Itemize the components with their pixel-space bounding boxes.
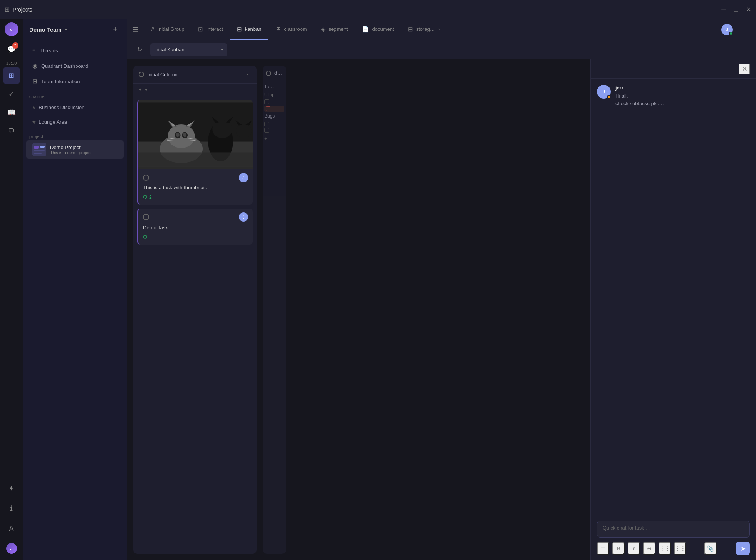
partial-task-label: Ta… xyxy=(264,84,284,89)
column-add-item-row[interactable]: + ▾ xyxy=(133,84,257,96)
tab-storage[interactable]: ⊟ storag… › xyxy=(401,19,447,40)
bullet-list-button[interactable]: ⋮⋮ xyxy=(659,542,671,555)
translate-rail-icon[interactable]: A xyxy=(3,520,20,537)
check-rail-icon[interactable]: ✓ xyxy=(3,86,20,103)
sidebar-item-lounge-area[interactable]: # Lounge Area xyxy=(26,115,124,129)
demo-comment-icon: 🗨 xyxy=(143,235,148,240)
attach-button[interactable]: 📎 xyxy=(704,542,717,555)
kanban-card-demo-task[interactable]: J Demo Task 🗨 ⋮ xyxy=(137,209,253,245)
online-badge xyxy=(729,32,733,35)
chat-input-placeholder: Quick chat for task…. xyxy=(603,525,650,531)
italic-format-button[interactable]: I xyxy=(628,542,640,555)
message-rail-icon[interactable]: 🗨 xyxy=(3,123,20,140)
tab-interact[interactable]: ⊡ Interact xyxy=(191,19,230,40)
numbered-list-button[interactable]: ⋮⋮ xyxy=(674,542,686,555)
app-logo[interactable]: α xyxy=(5,22,18,36)
team-selector[interactable]: Demo Team ▾ xyxy=(29,26,67,33)
tab-classroom-label: classroom xyxy=(284,26,307,32)
board-name: Initial Kanban xyxy=(154,47,185,52)
sidebar-item-business-discussion[interactable]: # Business Discussion xyxy=(26,100,124,114)
sidebar-item-team-information[interactable]: ⊟ Team Information xyxy=(26,74,124,89)
ai-rail-icon[interactable]: ✦ xyxy=(3,480,20,497)
rail-time: 13:10 xyxy=(6,61,17,66)
tab-segment-label: segment xyxy=(329,26,348,32)
demo-task-title: Demo Task xyxy=(143,225,248,230)
bold-button[interactable]: T xyxy=(597,542,609,555)
comment-icon: 🗨 xyxy=(143,195,148,200)
grid-rail-icon[interactable]: ⊞ xyxy=(3,67,20,84)
column-menu-button[interactable]: ⋮ xyxy=(244,70,251,79)
chat-rail-icon[interactable]: 💬 7 xyxy=(3,41,20,58)
strikethrough-format-button[interactable]: S xyxy=(643,542,655,555)
tab-interact-label: Interact xyxy=(206,26,223,32)
channel-bar: ↻ Initial Kanban ▾ xyxy=(127,40,756,59)
user-avatar[interactable]: J xyxy=(721,24,733,35)
partial-column-title: d… xyxy=(274,70,282,76)
column-status-dot xyxy=(139,72,144,77)
sidebar-item-quadrant-dashboard[interactable]: ◉ Quadrant Dashboard xyxy=(26,59,124,73)
project-thumbnail xyxy=(32,143,46,156)
book-rail-icon[interactable]: 📖 xyxy=(3,104,20,121)
partial-column-body: Ta… UI up Bugs xyxy=(263,81,286,145)
sidebar-item-demo-project[interactable]: Demo Project This is a demo project xyxy=(26,140,124,159)
kanban-column-partial: d… Ta… UI up Bugs xyxy=(263,66,286,554)
demo-task-more-button[interactable]: ⋮ xyxy=(242,234,248,241)
checkbox-1[interactable] xyxy=(264,99,269,104)
checkbox-2[interactable] xyxy=(266,106,270,111)
kanban-column-initial: Initial Column ⋮ + ▾ xyxy=(133,66,257,554)
kanban-card-thumbnail-task[interactable]: J This is a task with thumbnail. 🗨 2 ⋮ xyxy=(137,100,253,205)
tab-menu-button[interactable]: ☰ xyxy=(127,21,144,38)
team-name: Demo Team xyxy=(29,26,62,33)
column-header-initial: Initial Column ⋮ xyxy=(133,66,257,84)
board-dropdown-icon: ▾ xyxy=(221,47,223,52)
chat-message-line1: Hi all, xyxy=(615,92,750,100)
tab-initial-group[interactable]: # Initial Group xyxy=(144,19,191,40)
chat-close-button[interactable]: ✕ xyxy=(739,64,750,74)
board-selector[interactable]: Initial Kanban ▾ xyxy=(150,43,227,56)
chat-user-avatar: J xyxy=(597,85,611,99)
card-status-button[interactable] xyxy=(143,175,149,181)
info-rail-icon[interactable]: ℹ xyxy=(3,500,20,517)
chat-messages: J jerr Hi all, check subtasks pls…. xyxy=(591,79,756,516)
tab-document[interactable]: 📄 document xyxy=(355,19,401,40)
chat-author-name: jerr xyxy=(615,85,750,91)
sidebar-nav: ≡ Threads ◉ Quadrant Dashboard ⊟ Team In… xyxy=(23,40,127,560)
send-button[interactable]: ➤ xyxy=(736,542,750,555)
chat-panel: ✕ J jerr Hi all, check subtasks pls…. xyxy=(590,59,756,560)
demo-task-avatar: J xyxy=(239,212,248,222)
chat-message-line2: check subtasks pls…. xyxy=(615,100,750,108)
svg-rect-30 xyxy=(138,152,253,166)
card-more-button[interactable]: ⋮ xyxy=(242,193,248,201)
minimize-button[interactable]: ─ xyxy=(721,7,727,13)
close-button[interactable]: ✕ xyxy=(745,7,751,13)
demo-task-status-button[interactable] xyxy=(143,214,149,220)
refresh-button[interactable]: ↻ xyxy=(133,44,146,56)
demo-task-comment-button[interactable]: 🗨 xyxy=(143,235,148,240)
team-dropdown-icon: ▾ xyxy=(65,27,67,32)
card-comment-button[interactable]: 🗨 2 xyxy=(143,195,152,200)
quadrant-label: Quadrant Dashboard xyxy=(41,63,88,69)
tab-overflow-button[interactable]: ⋯ xyxy=(736,23,750,37)
chat-message-body: jerr Hi all, check subtasks pls…. xyxy=(615,85,750,107)
bold-format-button[interactable]: B xyxy=(612,542,625,555)
kanban-columns: Initial Column ⋮ + ▾ xyxy=(127,59,590,560)
classroom-tab-icon: 🖥 xyxy=(275,26,281,32)
user-rail-icon[interactable]: J xyxy=(3,540,20,557)
partial-column-header: d… xyxy=(263,66,286,81)
tab-classroom[interactable]: 🖥 classroom xyxy=(268,19,314,40)
lounge-area-label: Lounge Area xyxy=(39,119,67,125)
svg-point-16 xyxy=(176,133,179,137)
maximize-button[interactable]: □ xyxy=(733,7,739,13)
checkbox-4[interactable] xyxy=(264,128,269,133)
add-channel-button[interactable]: + xyxy=(110,24,121,35)
sidebar-item-threads[interactable]: ≡ Threads xyxy=(26,43,124,58)
tab-segment[interactable]: ◈ segment xyxy=(314,19,355,40)
partial-add-btn[interactable]: + xyxy=(264,136,284,141)
segment-tab-icon: ◈ xyxy=(321,26,326,33)
chat-input[interactable]: Quick chat for task…. xyxy=(597,521,750,538)
card-header-thumbnail: J xyxy=(143,173,248,182)
checkbox-3[interactable] xyxy=(264,122,269,126)
column-title-area: Initial Column xyxy=(139,72,178,77)
card-image xyxy=(138,100,253,169)
tab-kanban[interactable]: ⊟ kanban xyxy=(230,19,269,40)
